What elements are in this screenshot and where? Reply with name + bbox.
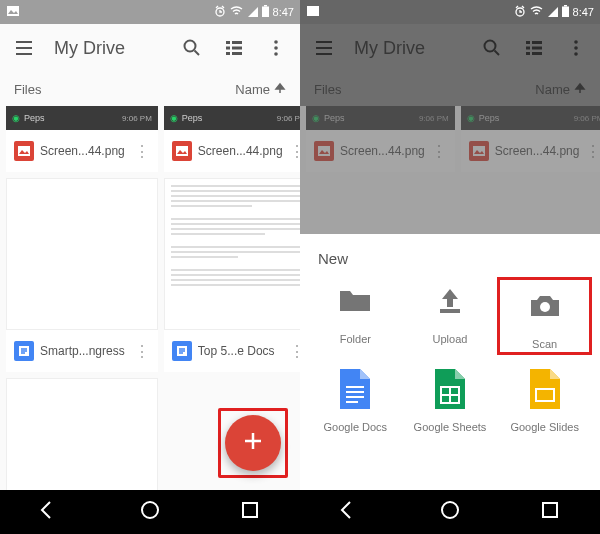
svg-rect-24 [564,5,567,7]
camera-icon [521,282,569,330]
overflow-icon[interactable] [264,36,288,60]
hamburger-icon[interactable] [12,36,36,60]
gsheet-icon [426,365,474,413]
file-name: Smartp...ngress [40,344,128,358]
nav-home-button[interactable] [136,496,164,528]
svg-rect-23 [562,7,569,18]
google-sheets-button[interactable]: Google Sheets [403,365,498,433]
doc-file-icon [172,341,192,361]
file-thumbnail: ◉ Peps 9:06 PM [6,106,158,130]
wifi-icon [530,6,543,18]
status-bar: 8:47 [0,0,300,24]
clock-text: 8:47 [573,6,594,18]
svg-rect-2 [7,6,19,16]
folder-icon [331,277,379,325]
file-more-icon[interactable]: ⋮ [134,142,150,161]
file-thumbnail [164,178,300,330]
nav-recent-button[interactable] [536,496,564,528]
app-bar: My Drive [0,24,300,72]
thumb-time: 9:06 PM [122,114,152,123]
svg-rect-11 [226,52,230,55]
nav-back-button[interactable] [36,496,64,528]
image-file-icon [14,141,34,161]
sheet-item-label: Upload [433,333,468,345]
svg-rect-16 [18,146,30,156]
doc-file-icon [14,341,34,361]
gallery-icon [6,4,20,20]
whatsapp-icon: ◉ [170,113,178,123]
file-tile[interactable]: ◉ Peps 9:06 PM Screen...44.png ⋮ [164,106,300,172]
fab-add[interactable] [225,415,281,471]
file-name: Screen...44.png [198,144,283,158]
sheet-item-label: Folder [340,333,371,345]
svg-rect-17 [176,146,188,156]
android-navbar [300,490,600,534]
battery-icon [262,5,269,19]
gallery-icon [306,4,320,20]
sheet-item-label: Google Slides [510,421,579,433]
wifi-icon [230,6,243,18]
upload-button[interactable]: Upload [403,277,498,355]
file-name: Top 5...e Docs [198,344,283,358]
signal-icon [247,6,258,19]
nav-back-button[interactable] [336,496,364,528]
list-header: Files Name [0,72,300,106]
google-slides-button[interactable]: Google Slides [497,365,592,433]
svg-rect-9 [226,47,230,50]
svg-rect-7 [226,41,230,44]
scan-button[interactable]: Scan [497,277,592,355]
file-more-icon[interactable]: ⋮ [289,142,300,161]
search-icon[interactable] [180,36,204,60]
nav-home-button[interactable] [436,496,464,528]
alarm-icon [214,5,226,19]
file-name: Screen...44.png [40,144,128,158]
file-more-icon[interactable]: ⋮ [134,342,150,361]
arrow-up-icon [274,82,286,97]
svg-point-6 [185,41,196,52]
new-folder-button[interactable]: Folder [308,277,403,355]
sort-label: Name [235,82,270,97]
android-navbar [0,490,300,534]
screen-left: 8:47 My Drive Files Name ◉ Peps [0,0,300,534]
file-thumbnail [6,178,158,330]
file-tile[interactable]: Top 5...e Docs ⋮ [164,178,300,372]
file-tile[interactable]: ◉ Peps 9:06 PM Screen...44.png ⋮ [6,106,158,172]
svg-rect-12 [232,52,242,55]
sheet-item-label: Scan [532,338,557,350]
file-more-icon[interactable]: ⋮ [289,342,300,361]
sort-button[interactable]: Name [235,82,286,97]
new-bottom-sheet: New Folder Upload Scan Google Docs Googl… [300,234,600,490]
status-bar: 8:47 [300,0,600,24]
google-docs-button[interactable]: Google Docs [308,365,403,433]
svg-rect-37 [440,309,460,313]
alarm-icon [514,5,526,19]
sheet-title: New [308,250,592,277]
appbar-title: My Drive [54,38,125,59]
thumb-title: Peps [182,113,203,123]
sheet-item-label: Google Sheets [414,421,487,433]
whatsapp-icon: ◉ [12,113,20,123]
signal-icon [547,6,558,19]
svg-point-38 [540,302,550,312]
svg-rect-21 [307,6,319,16]
image-file-icon [172,141,192,161]
clock-text: 8:47 [273,6,294,18]
file-thumbnail: ◉ Peps 9:06 PM [164,106,300,130]
svg-point-13 [274,40,278,44]
nav-recent-button[interactable] [236,496,264,528]
view-toggle-icon[interactable] [222,36,246,60]
svg-rect-10 [232,47,242,50]
svg-rect-4 [262,7,269,18]
svg-point-15 [274,52,278,56]
svg-point-14 [274,46,278,50]
upload-icon [426,277,474,325]
battery-icon [562,5,569,19]
gslide-icon [521,365,569,413]
thumb-time: 9:06 PM [277,114,300,123]
files-label: Files [14,82,41,97]
svg-rect-8 [232,41,242,44]
fab-highlight [218,408,288,478]
file-tile[interactable]: Smartp...ngress ⋮ [6,178,158,372]
thumb-title: Peps [24,113,45,123]
svg-rect-5 [264,5,267,7]
